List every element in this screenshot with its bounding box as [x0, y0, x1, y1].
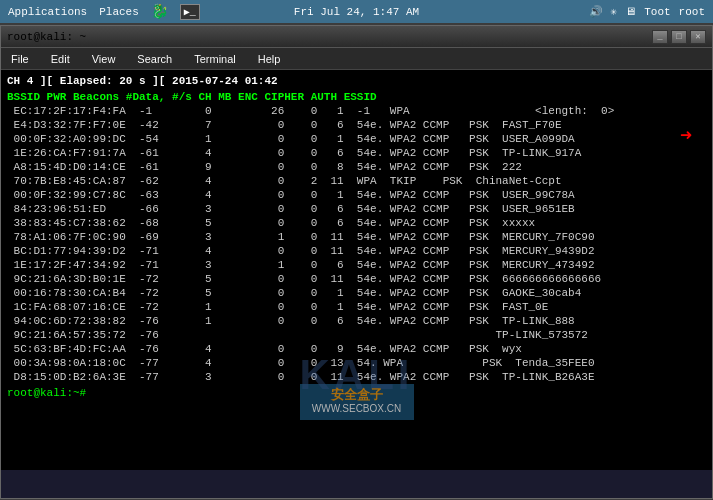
applications-menu[interactable]: Applications: [8, 6, 87, 18]
table-row: BC:D1:77:94:39:D2 -71 4 0 0 11 54e. WPA2…: [7, 244, 706, 258]
table-row: 00:16:78:30:CA:B4 -72 5 0 0 1 54e. WPA2 …: [7, 286, 706, 300]
table-row: 9C:21:6A:57:35:72 -76 TP-LINK_573572: [7, 328, 706, 342]
terminal-icon[interactable]: ▶_: [180, 4, 200, 20]
terminal-header: CH 4 ][ Elapsed: 20 s ][ 2015-07-24 01:4…: [7, 74, 706, 88]
table-row: 1C:FA:68:07:16:CE -72 1 0 0 1 54e. WPA2 …: [7, 300, 706, 314]
menu-edit[interactable]: Edit: [45, 51, 76, 67]
minimize-button[interactable]: _: [652, 30, 668, 44]
bluetooth-icon[interactable]: ✳: [611, 5, 618, 18]
table-row: 00:0F:32:A0:99:DC -54 1 0 0 1 54e. WPA2 …: [7, 132, 706, 146]
table-row: EC:17:2F:17:F4:FA -1 0 26 0 1 -1 WPA <le…: [7, 104, 706, 118]
table-row: 1E:26:CA:F7:91:7A -61 4 0 0 6 54e. WPA2 …: [7, 146, 706, 160]
table-row: 78:A1:06:7F:0C:90 -69 3 1 0 11 54e. WPA2…: [7, 230, 706, 244]
table-row: 00:0F:32:99:C7:8C -63 4 0 0 1 54e. WPA2 …: [7, 188, 706, 202]
menu-bar: File Edit View Search Terminal Help: [1, 48, 712, 70]
toot-label[interactable]: Toot: [644, 6, 670, 18]
table-row: D8:15:0D:B2:6A:3E -77 3 0 0 11 54e. WPA2…: [7, 370, 706, 384]
volume-icon[interactable]: 🔊: [589, 5, 603, 18]
terminal-area[interactable]: CH 4 ][ Elapsed: 20 s ][ 2015-07-24 01:4…: [1, 70, 712, 470]
network-icon[interactable]: 🖥: [625, 5, 636, 18]
places-menu[interactable]: Places: [99, 6, 139, 18]
maximize-button[interactable]: □: [671, 30, 687, 44]
table-row: 84:23:96:51:ED -66 3 0 0 6 54e. WPA2 CCM…: [7, 202, 706, 216]
table-row: 94:0C:6D:72:38:82 -76 1 0 0 6 54e. WPA2 …: [7, 314, 706, 328]
os-icon: 🐉: [151, 3, 168, 20]
menu-file[interactable]: File: [5, 51, 35, 67]
menu-search[interactable]: Search: [131, 51, 178, 67]
table-row: 38:83:45:C7:38:62 -68 5 0 0 6 54e. WPA2 …: [7, 216, 706, 230]
table-row: 5C:63:BF:4D:FC:AA -76 4 0 0 9 54e. WPA2 …: [7, 342, 706, 356]
table-row: 00:3A:98:0A:18:0C -77 4 0 0 13 54. WPA P…: [7, 356, 706, 370]
title-bar-title: root@kali: ~: [7, 31, 86, 43]
close-button[interactable]: ✕: [690, 30, 706, 44]
table-row: E4:D3:32:7F:F7:0E -42 7 0 0 6 54e. WPA2 …: [7, 118, 706, 132]
terminal-prompt: root@kali:~#: [7, 386, 706, 400]
terminal-rows: EC:17:2F:17:F4:FA -1 0 26 0 1 -1 WPA <le…: [7, 104, 706, 384]
menu-terminal[interactable]: Terminal: [188, 51, 242, 67]
watermark-secbox-url: WWW.SECBOX.CN: [312, 402, 402, 416]
menu-help[interactable]: Help: [252, 51, 287, 67]
table-row: 9C:21:6A:3D:B0:1E -72 5 0 0 11 54e. WPA2…: [7, 272, 706, 286]
system-bar-right: 🔊 ✳ 🖥 Toot root: [589, 5, 705, 18]
table-row: 1E:17:2F:47:34:92 -71 3 1 0 6 54e. WPA2 …: [7, 258, 706, 272]
red-arrow-indicator: ➜: [680, 130, 692, 144]
menu-view[interactable]: View: [86, 51, 122, 67]
table-row: A8:15:4D:D0:14:CE -61 9 0 0 8 54e. WPA2 …: [7, 160, 706, 174]
title-bar: root@kali: ~ _ □ ✕: [1, 26, 712, 48]
table-row: 70:7B:E8:45:CA:87 -62 4 0 2 11 WPA TKIP …: [7, 174, 706, 188]
system-bar-left: Applications Places 🐉 ▶_: [8, 3, 200, 20]
terminal-window: root@kali: ~ _ □ ✕ File Edit View Search…: [0, 25, 713, 499]
title-bar-buttons: _ □ ✕: [652, 30, 706, 44]
column-header: BSSID PWR Beacons #Data, #/s CH MB ENC C…: [7, 90, 706, 104]
system-bar: Applications Places 🐉 ▶_ Fri Jul 24, 1:4…: [0, 0, 713, 23]
datetime: Fri Jul 24, 1:47 AM: [294, 6, 419, 18]
user-label: root: [679, 6, 705, 18]
